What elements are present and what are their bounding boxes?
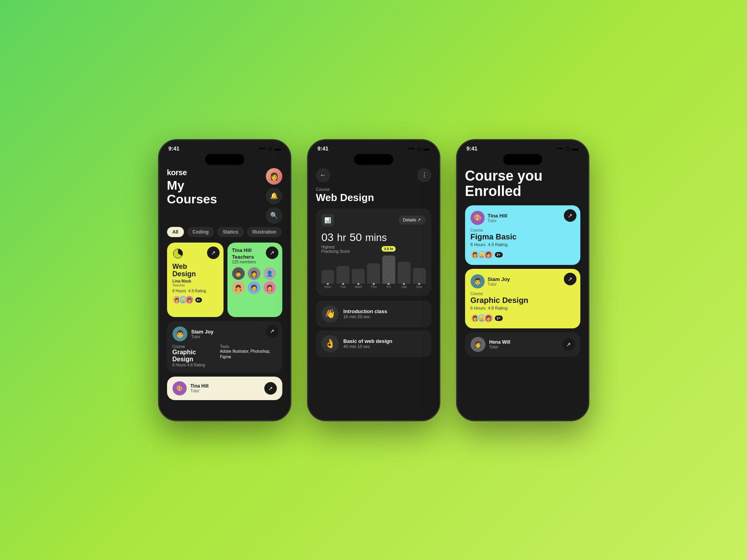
graphic-enrolled-arrow[interactable]: ↗ — [564, 273, 576, 285]
bar-sat: Sat — [398, 262, 411, 289]
lesson-1-icon: 👋 — [322, 305, 339, 323]
graphic-course-name: Graphic Design — [471, 296, 575, 305]
chart-header: 📊 Details ↗ — [322, 214, 426, 227]
signal-icon: ▪▪▪ — [258, 145, 265, 152]
siam-joy-name: Siam Joy — [191, 329, 214, 335]
teachers-count: 125 members — [232, 260, 278, 264]
graphic-design-card[interactable]: ↗ 👨 Siam Joy Tutor Course Graphic Design — [167, 321, 282, 373]
figma-basic-arrow[interactable]: ↗ — [564, 209, 576, 222]
web-design-avatars: 👩 👱 👩 8+ — [173, 295, 218, 304]
bar-sun: Sun — [413, 268, 426, 289]
more-badge: 8+ — [195, 297, 202, 303]
bar-tue-bar — [336, 266, 349, 284]
battery-icon-2: ▬ — [423, 145, 430, 152]
graphic-course-label: Course — [471, 292, 575, 296]
dynamic-island-1 — [205, 154, 244, 165]
bar-mon-label: Mon — [324, 285, 331, 289]
tina-hill-arrow[interactable]: ↗ — [264, 382, 277, 395]
details-button[interactable]: Details ↗ — [398, 216, 426, 225]
teachers-grid: 👨 👩 👤 👧 🧑 👩 — [232, 267, 278, 294]
bar-fri: 3.5 hr Fri — [382, 256, 395, 289]
tina-hill-card[interactable]: 🎨 Tina Hill Tutor ↗ — [167, 377, 282, 400]
web-design-card[interactable]: ↗ WebDesign Lina Mask Teacher 8 Hours 4.… — [167, 243, 224, 317]
bar-wed-bar — [352, 269, 365, 284]
tina-hill-name: Tina Hill — [191, 383, 209, 389]
hena-will-arrow[interactable]: ↗ — [562, 338, 575, 351]
lesson-2[interactable]: 👌 Basic of web design 40 min 10 sec — [316, 330, 431, 357]
bar-thu-label: Thu — [371, 285, 377, 289]
figma-basic-card[interactable]: ↗ 🎨 Tina Hill Tutor Course Figma Basic 8… — [465, 205, 580, 265]
web-design-teacher-role: Teacher — [173, 283, 218, 287]
battery-icon-3: ▬ — [573, 145, 579, 152]
figma-tutor-name: Tina Hill — [488, 213, 507, 219]
graphic-two-col: Course Graphic Design 6 Hours 4.8 Rating… — [173, 344, 277, 367]
bar-wed-label: Wed — [354, 285, 362, 289]
bar-mon-bar — [322, 270, 334, 284]
graphic-more: 2+ — [495, 315, 503, 321]
chart-icon: 📊 — [322, 214, 334, 227]
wifi-icon-3: ⊙ — [565, 145, 571, 152]
graphic-tutor-row: 👨 Siam Joy Tutor — [471, 274, 575, 288]
bar-chart: Mon Tue Wed Thu — [322, 257, 426, 289]
siam-joy-av: 👨 — [471, 274, 485, 288]
hena-will-card[interactable]: 👩 Hena Will Tutor ↗ — [465, 332, 580, 357]
teachers-arrow[interactable]: ↗ — [266, 246, 278, 259]
graphic-design-arrow[interactable]: ↗ — [266, 325, 278, 337]
filter-all[interactable]: All — [167, 227, 184, 237]
graphic-av-3: 👩 — [484, 314, 493, 323]
phone-3: 9:41 ▪▪▪ ⊙ ▬ Course you Enrolled ↗ 🎨 — [456, 139, 589, 421]
filter-row: All Coding Statics Illustration — [167, 227, 282, 237]
bar-sat-bar — [398, 262, 411, 284]
big-time-display: 03 hr 50 mins — [322, 230, 426, 244]
graphic-course-meta: 6 Hours 4.8 Rating — [471, 306, 575, 310]
filter-coding[interactable]: Coding — [187, 227, 214, 237]
user-avatar[interactable]: 👩 — [266, 168, 282, 185]
filter-statics[interactable]: Statics — [217, 227, 244, 237]
web-design-arrow[interactable]: ↗ — [207, 246, 220, 259]
lesson-2-title: Basic of web design — [344, 338, 393, 344]
status-time-1: 9:41 — [169, 145, 180, 152]
more-options-button[interactable]: ⋮ — [417, 168, 431, 182]
status-icons-1: ▪▪▪ ⊙ ▬ — [258, 145, 280, 152]
lesson-1[interactable]: 👋 Introduction class 16 min 20 sec — [316, 301, 431, 327]
lesson-1-info: Introduction class 16 min 20 sec — [344, 308, 387, 319]
web-design-teacher: Lina Mask — [173, 279, 218, 283]
t-av-2: 👩 — [248, 267, 260, 280]
t-av-6: 👩 — [264, 281, 276, 294]
web-design-title: WebDesign — [173, 263, 218, 279]
bar-tue: Tue — [336, 266, 349, 289]
graphic-course-name: Graphic Design — [173, 349, 214, 363]
search-icon[interactable]: 🔍 — [266, 207, 282, 224]
tina-hill-role: Tutor — [191, 389, 209, 393]
bar-fri-bar: 3.5 hr — [382, 256, 395, 284]
tools-label: Tools — [220, 344, 277, 349]
bar-thu: Thu — [367, 263, 380, 289]
graphic-design-enrolled-card[interactable]: ↗ 👨 Siam Joy Tutor Course Graphic Design… — [465, 269, 580, 328]
siam-joy-avatar: 👨 — [173, 326, 187, 341]
web-design-course-title: Web Design — [316, 192, 431, 204]
app-logo: korse — [167, 168, 217, 177]
bar-fri-label: Fri — [387, 285, 391, 289]
phone-2: 9:41 ▪▪▪ ⊙ ▬ ← ⋮ Course Web Design — [307, 139, 440, 421]
bar-sun-bar — [413, 268, 426, 284]
t-av-5: 🧑 — [248, 281, 260, 294]
figma-tutor-row: 🎨 Tina Hill Tutor — [471, 211, 575, 225]
hena-will-role: Tutor — [489, 345, 511, 349]
teachers-card[interactable]: ↗ Tina Hill Teachers 125 members 👨 👩 👤 👧… — [227, 243, 282, 317]
notification-icon[interactable]: 🔔 — [266, 188, 282, 204]
tutor-row-graphic: 👨 Siam Joy Tutor — [173, 326, 277, 341]
page-title-1: My Courses — [167, 179, 217, 206]
lesson-1-duration: 16 min 20 sec — [344, 314, 387, 319]
figma-avatars: 👩 👱 👩 2+ — [471, 250, 575, 259]
back-button[interactable]: ← — [316, 168, 330, 182]
dynamic-island-3 — [503, 154, 542, 165]
web-design-meta: 8 Hours 4.9 Rating — [173, 289, 218, 293]
lesson-2-duration: 40 min 10 sec — [344, 344, 393, 349]
hena-will-avatar: 👩 — [471, 337, 485, 352]
graphic-tutor-role: Tutor — [488, 282, 510, 286]
hena-will-info: Hena Will Tutor — [489, 339, 511, 349]
siam-joy-role: Tutor — [191, 335, 214, 339]
filter-illustration[interactable]: Illustration — [247, 227, 282, 237]
chart-card: 📊 Details ↗ 03 hr 50 mins Highest Practi… — [316, 208, 431, 296]
bar-tue-label: Tue — [340, 285, 346, 289]
